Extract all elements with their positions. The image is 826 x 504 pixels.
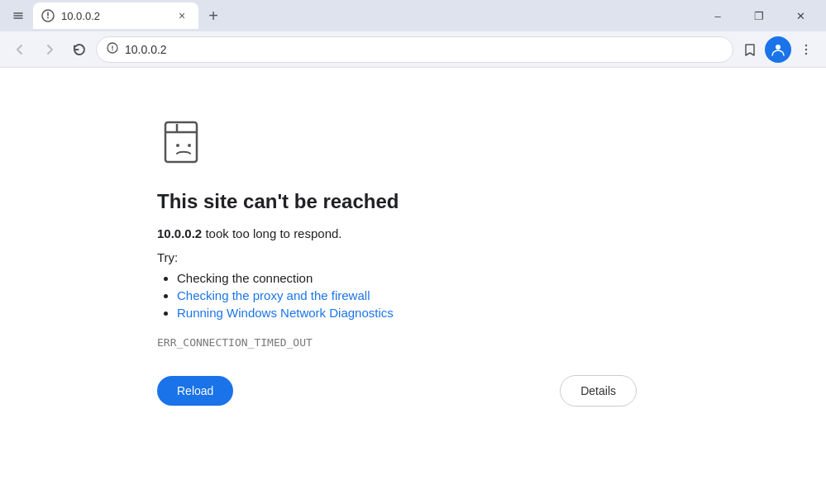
back-button[interactable] — [7, 36, 33, 63]
list-item: Checking the connection — [177, 271, 637, 285]
tab-favicon — [41, 9, 55, 22]
restore-button[interactable]: ❐ — [740, 2, 778, 29]
proxy-firewall-link[interactable]: Checking the proxy and the firewall — [177, 288, 370, 302]
button-row: Reload Details — [157, 375, 637, 407]
details-button[interactable]: Details — [560, 375, 637, 407]
svg-point-12 — [188, 144, 191, 147]
minimize-button[interactable]: – — [699, 2, 737, 29]
error-subtitle: 10.0.0.2 took too long to respond. — [157, 226, 637, 240]
list-item: Running Windows Network Diagnostics — [177, 306, 637, 320]
forward-button[interactable] — [36, 36, 63, 63]
address-security-icon — [107, 42, 118, 56]
svg-point-8 — [805, 48, 807, 50]
bookmark-button[interactable] — [737, 36, 763, 63]
error-icon — [157, 117, 210, 170]
svg-point-5 — [112, 50, 113, 51]
toolbar-right — [737, 36, 819, 63]
tab-title: 10.0.0.2 — [61, 10, 167, 22]
page-content: This site can't be reached 10.0.0.2 took… — [0, 68, 826, 504]
error-list: Checking the connection Checking the pro… — [157, 271, 637, 320]
browser-frame: 10.0.0.2 × + – ❐ ✕ — [0, 0, 826, 504]
reload-button[interactable] — [66, 36, 93, 63]
tab-list-button[interactable] — [7, 4, 30, 27]
close-button[interactable]: ✕ — [781, 2, 819, 29]
error-container: This site can't be reached 10.0.0.2 took… — [157, 117, 637, 407]
svg-point-11 — [176, 144, 179, 147]
address-bar[interactable]: 10.0.0.2 — [96, 36, 733, 63]
svg-rect-10 — [165, 122, 197, 162]
svg-point-7 — [805, 44, 807, 45]
nav-bar: 10.0.0.2 — [0, 31, 826, 68]
title-bar: 10.0.0.2 × + – ❐ ✕ — [0, 0, 826, 31]
tab-close-button[interactable]: × — [174, 7, 190, 24]
svg-point-2 — [47, 17, 49, 19]
error-subtitle-suffix: took too long to respond. — [202, 226, 341, 240]
network-diagnostics-link[interactable]: Running Windows Network Diagnostics — [177, 306, 394, 320]
list-item: Checking the proxy and the firewall — [177, 288, 637, 302]
error-title: This site can't be reached — [157, 190, 637, 213]
svg-point-9 — [805, 52, 807, 54]
try-label: Try: — [157, 250, 637, 264]
error-host: 10.0.0.2 — [157, 226, 202, 240]
active-tab[interactable]: 10.0.0.2 × — [33, 2, 198, 29]
reload-button[interactable]: Reload — [157, 376, 233, 406]
profile-button[interactable] — [765, 36, 791, 63]
list-item-text: Checking the connection — [177, 271, 313, 285]
new-tab-button[interactable]: + — [202, 4, 225, 27]
error-code: ERR_CONNECTION_TIMED_OUT — [157, 336, 637, 349]
address-text: 10.0.0.2 — [125, 43, 723, 56]
menu-button[interactable] — [793, 36, 819, 63]
svg-point-6 — [776, 45, 781, 50]
window-controls: – ❐ ✕ — [699, 2, 819, 29]
